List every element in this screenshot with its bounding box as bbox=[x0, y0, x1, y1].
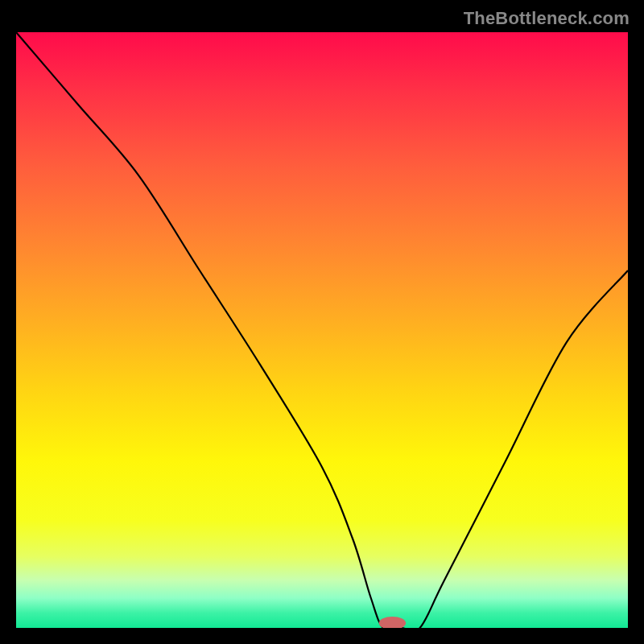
watermark-text: TheBottleneck.com bbox=[464, 8, 630, 29]
plot-area bbox=[16, 32, 628, 628]
gradient-background bbox=[16, 32, 628, 628]
chart-frame: TheBottleneck.com bbox=[0, 0, 644, 644]
bottleneck-chart bbox=[16, 32, 628, 628]
